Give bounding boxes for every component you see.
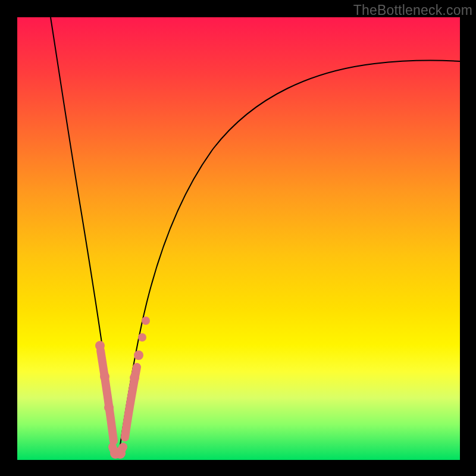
marker-left-segment (101, 350, 114, 441)
marker-dot (110, 448, 121, 459)
marker-dot (95, 341, 105, 350)
marker-dot (134, 350, 143, 360)
marker-dot (142, 317, 150, 325)
marker-dot (138, 333, 146, 342)
curve-left-branch (51, 17, 115, 456)
marker-valley-segment (112, 447, 123, 453)
curve-right-branch (118, 61, 460, 456)
marker-dot (115, 448, 126, 459)
marker-dot (130, 373, 139, 383)
curve-layer (17, 17, 460, 460)
marker-dot (100, 372, 109, 381)
marker-dot (104, 403, 114, 412)
chart-frame: TheBottleneck.com (0, 0, 476, 476)
plot-area (17, 17, 460, 460)
watermark-text: TheBottleneck.com (353, 2, 472, 18)
marker-right-segment (125, 367, 137, 437)
